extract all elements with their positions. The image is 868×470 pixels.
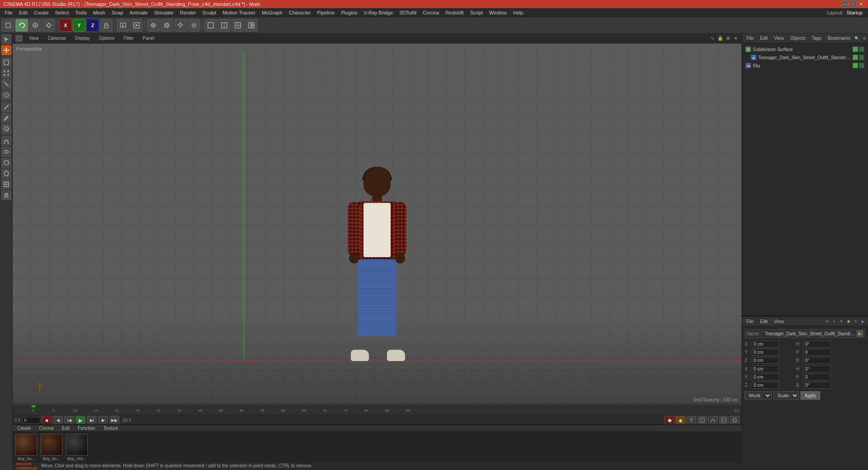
paint-tool[interactable]	[1, 113, 11, 123]
menu-plugins[interactable]: Plugins	[338, 9, 360, 16]
material-boy-body-2[interactable]: Boy_bo...	[41, 434, 62, 461]
smooth-tool[interactable]: S	[1, 124, 11, 134]
hair-tool[interactable]	[1, 190, 11, 200]
close-button[interactable]: ✕	[858, 1, 864, 7]
keyframe-button[interactable]: ◆	[675, 416, 685, 424]
viewport-icon-1[interactable]	[15, 35, 23, 42]
model-mode-button[interactable]	[2, 19, 14, 32]
render-active-view-button[interactable]	[117, 19, 129, 32]
3d-viewport[interactable]: Perspective Y X	[13, 43, 741, 404]
mat-corona-menu[interactable]: Corona	[36, 425, 57, 432]
twist-tool[interactable]	[1, 147, 11, 157]
coord-y-pos[interactable]	[752, 349, 779, 356]
world-dropdown[interactable]: World Object Parent	[745, 391, 772, 400]
menu-create[interactable]: Create	[31, 9, 52, 16]
lock-button[interactable]	[100, 19, 113, 32]
step-back-button[interactable]: ◀	[53, 416, 63, 424]
obj-vis-dot-2[interactable]	[859, 47, 864, 52]
record-button[interactable]: ⏺	[665, 416, 675, 424]
menu-mograph[interactable]: MoGraph	[259, 9, 285, 16]
render-settings-button[interactable]	[188, 19, 200, 32]
material-boy-body[interactable]: Boy_bo...	[15, 434, 37, 461]
magnet-tool[interactable]	[1, 136, 11, 146]
stop-button[interactable]: ■	[42, 416, 52, 424]
obj-objects-menu[interactable]: Objects	[788, 35, 808, 42]
viewport-maximize-icon[interactable]: ⤡	[709, 35, 716, 42]
timeline-button[interactable]	[719, 416, 729, 424]
attr-file-menu[interactable]: File	[744, 318, 756, 325]
coord-b-rot[interactable]	[803, 357, 830, 364]
attr-icon-4[interactable]: ⚡	[845, 318, 852, 324]
polygon-pen-tool[interactable]	[1, 169, 11, 179]
menu-mesh[interactable]: Mesh	[90, 9, 108, 16]
menu-corona[interactable]: Corona	[420, 9, 442, 16]
obj-bookmarks-menu[interactable]: Bookmarks	[825, 35, 853, 42]
move-button[interactable]	[42, 19, 55, 32]
keyframe-all-button[interactable]	[697, 416, 707, 424]
apply-button[interactable]: Apply	[801, 391, 820, 400]
prev-frame-button[interactable]: |◀	[64, 416, 74, 424]
obj-tags-menu[interactable]: Tags	[809, 35, 824, 42]
menu-snap[interactable]: Snap	[109, 9, 126, 16]
menu-motiontracker[interactable]: Motion Tracker	[220, 9, 258, 16]
motion-path-button[interactable]	[708, 416, 718, 424]
coord-x-pos[interactable]	[752, 341, 779, 348]
viewport-panel-menu[interactable]: Panel	[140, 35, 157, 42]
poly-mode-button[interactable]	[1, 90, 11, 100]
deform-tool[interactable]	[1, 158, 11, 168]
viewport-shading-button[interactable]	[147, 19, 160, 32]
attr-icon-1[interactable]: ⊞	[824, 318, 830, 324]
size-y-val[interactable]	[752, 374, 779, 381]
edge-mode-button[interactable]	[1, 79, 11, 89]
attr-icon-2[interactable]: ≡	[831, 318, 837, 324]
play-button[interactable]: ▶	[75, 416, 85, 424]
object-mode-button[interactable]	[1, 57, 11, 67]
mesh-deform-tool[interactable]	[1, 179, 11, 189]
point-mode-button[interactable]	[1, 68, 11, 78]
layout-custom-button[interactable]	[245, 19, 258, 32]
attr-icon-6[interactable]: ▶	[860, 318, 866, 324]
menu-window[interactable]: Window	[486, 9, 509, 16]
viewport-cameras-menu[interactable]: Cameras	[45, 35, 69, 42]
viewport-options-menu[interactable]: Options	[96, 35, 117, 42]
layout-single-button[interactable]	[204, 19, 217, 32]
render-button[interactable]	[130, 19, 143, 32]
minimize-button[interactable]: ─	[842, 1, 848, 7]
coord-p-rot[interactable]	[803, 349, 830, 356]
obj-vis-2-2[interactable]	[859, 55, 864, 60]
move-tool[interactable]	[1, 45, 11, 55]
coord-h-rot[interactable]	[803, 341, 830, 348]
menu-pipeline[interactable]: Pipeline	[314, 9, 337, 16]
obj-subdivision-surface[interactable]: S Subdivision Surface	[744, 45, 866, 53]
time-scrubber[interactable]: 0	[22, 417, 40, 423]
mat-edit-menu[interactable]: Edit	[59, 425, 72, 432]
auto-keyframe-button[interactable]: ?	[686, 416, 696, 424]
attr-edit-menu[interactable]: Edit	[757, 318, 770, 325]
size-z-val[interactable]	[752, 382, 779, 389]
obj-view-menu[interactable]: View	[771, 35, 787, 42]
attr-view-menu[interactable]: View	[771, 318, 787, 325]
attr-expand-icon[interactable]: ▶	[857, 330, 863, 337]
step-forward-button[interactable]: ▶	[98, 416, 108, 424]
lights-button[interactable]	[174, 19, 187, 32]
obj-edit-menu[interactable]: Edit	[757, 35, 770, 42]
material-boy-clothes[interactable]: Boy_clot...	[66, 434, 88, 461]
viewport-display-menu[interactable]: Display	[72, 35, 93, 42]
layout-quad-button[interactable]	[231, 19, 244, 32]
menu-vray[interactable]: V-Ray Bridge	[361, 9, 396, 16]
menu-script[interactable]: Script	[467, 9, 486, 16]
obj-vis-2-1[interactable]	[853, 55, 858, 60]
viewport-filter-menu[interactable]: Filter	[121, 35, 136, 42]
obj-vis-3-2[interactable]	[859, 63, 864, 68]
y-axis-button[interactable]: Y	[73, 19, 85, 32]
navigate-tool[interactable]	[1, 34, 11, 44]
obj-file-menu[interactable]: File	[744, 35, 756, 42]
menu-tools[interactable]: Tools	[72, 9, 90, 16]
size-h-val[interactable]	[803, 366, 830, 372]
attr-icon-3[interactable]: ▼	[838, 318, 844, 324]
coord-z-pos[interactable]	[752, 357, 779, 364]
om-settings-icon[interactable]: ⚙	[861, 35, 868, 42]
menu-simulate[interactable]: Simulate	[151, 9, 176, 16]
mat-texture-menu[interactable]: Texture	[100, 425, 121, 432]
om-search-icon[interactable]: 🔍	[854, 35, 860, 42]
